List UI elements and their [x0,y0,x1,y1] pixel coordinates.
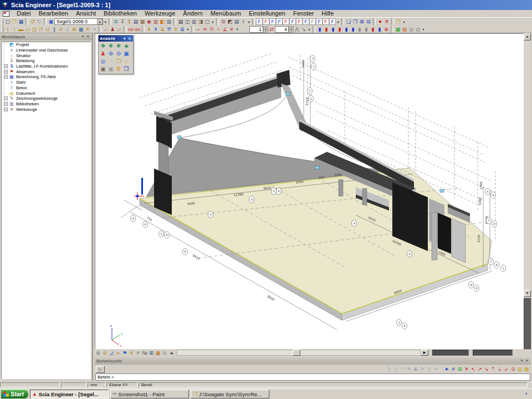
tree-item-beton[interactable]: TBeton [2,85,90,91]
record-icon[interactable]: ● [377,18,383,25]
erase-icon[interactable]: ✕ [406,366,412,372]
print-icon[interactable]: ▤ [177,18,184,25]
copy-attributes-icon[interactable]: ⧉ [112,18,119,25]
draw-angle-icon[interactable]: ∠ [222,26,228,33]
draw-dropdown[interactable]: ▾ [235,26,239,33]
opening-icon[interactable]: ⊔ [44,26,51,33]
menu-bibliotheken[interactable]: Bibliotheken [100,10,141,17]
wind-load-icon[interactable]: ↯ [172,26,179,33]
axis-display-icon[interactable]: ◿ [108,350,115,356]
ansicht-toolbar[interactable]: Ansicht ▾ × ❖❖❖◈♟⊕⊖▣◎◌❐☼▣▣B❒ [98,35,134,74]
redo-icon[interactable]: ↻ [36,18,43,25]
tree-item-stahl[interactable]: IStahl [2,80,90,85]
fast-view-7[interactable]: F [296,18,303,25]
tree-item-berechnungfenetz[interactable]: +▦Berechnung, FE-Netz [2,74,90,80]
osnap-midpoint-icon[interactable]: ↗ [477,366,483,372]
print-dropdown[interactable]: ▾ [211,18,215,25]
image-icon[interactable]: ◉ [146,18,152,25]
activity-icon-2[interactable]: ▮ [323,26,330,33]
fast-view-9[interactable]: F [309,18,316,25]
fast-view-11[interactable]: F [323,18,329,25]
expand-plus-icon[interactable]: + [4,75,8,79]
tree-item-lastfllelfkombinationen[interactable]: +⇅Lastfälle, LF-Kombinationen [2,64,90,69]
table-icon[interactable]: ▥ [152,18,159,25]
docked-pane-2[interactable] [473,350,513,356]
tree-item-dokument[interactable]: ▤Dokument [2,90,90,96]
open-view-icon[interactable]: ❐ [115,58,122,65]
window-view-icon[interactable]: ❒ [122,65,130,73]
mesh-display-icon[interactable]: # [135,350,141,356]
axes-grid-icon[interactable]: ▦ [523,366,530,372]
project-manager-icon[interactable]: ▣ [48,18,54,25]
colors-display-icon[interactable]: ▦ [155,350,161,356]
export-icon[interactable]: ↥ [126,18,132,25]
menu-ndern[interactable]: Ändern [179,10,206,17]
absence-member-icon[interactable]: ♟ [109,26,116,33]
osnap-endpoint-icon[interactable]: ↖ [470,366,477,372]
draw-dimension-icon[interactable]: ≍ [202,26,208,33]
clipboard-view-icon[interactable]: B [115,65,122,73]
filter-dropdown[interactable]: ▾ [421,26,426,33]
activity-icon-8[interactable]: ▮ [363,26,370,33]
menu-fenster[interactable]: Fenster [289,10,318,17]
ucs-icon[interactable]: ♟ [99,50,107,58]
mdi-child-icon[interactable] [3,11,9,17]
save-icon[interactable]: ▦ [18,18,24,25]
surface-load-icon[interactable]: ⇊ [159,26,166,33]
light-icon[interactable]: ☼ [122,58,130,65]
disconnect-icon[interactable]: oo [134,26,141,33]
load-case-icon[interactable]: ≣ [179,26,186,33]
menu-werkzeuge[interactable]: Werkzeuge [141,10,179,17]
expand-plus-icon[interactable]: + [4,96,8,100]
scale-dropdown[interactable]: ▾ [307,26,311,33]
view-z-icon[interactable]: ❖ [115,42,122,50]
spin-down-icon[interactable]: ▾ [263,29,268,33]
table-display-icon[interactable]: ⊞ [148,350,155,356]
task-button-paint-icon[interactable]: ✑Screenshot1 - Paint [110,390,189,398]
save-view2-icon[interactable]: ▣ [107,65,115,73]
filter2-icon[interactable]: ▨ [415,26,421,33]
activity-icon-4[interactable]: ▮ [336,26,343,33]
view-y-icon[interactable]: ❖ [107,42,115,50]
zoom-previous-icon[interactable]: ◌ [107,58,115,65]
spin-down-icon[interactable]: ▾ [289,29,294,33]
table-results-icon[interactable]: ▦ [395,26,401,33]
scale-spinner-2-value[interactable]: 4 [275,26,289,33]
osnap-center-icon[interactable]: ⊙ [510,366,516,372]
zoom-in-icon[interactable]: ⊕ [107,50,115,58]
activity-icon-1[interactable]: ▮ [316,26,323,33]
command-input[interactable]: Befehl > [95,374,530,381]
node-icon[interactable]: ∥ [51,26,58,33]
delete-icon[interactable]: ✕ [383,18,390,25]
scroll-right-arrow[interactable]: ▶ [421,350,428,356]
fast-view-12[interactable]: F [329,18,336,25]
document-icon[interactable]: ▥ [191,18,197,25]
select-icon[interactable]: ♟ [412,366,419,372]
filter-icon[interactable]: ▨ [408,26,415,33]
clipboard-icon[interactable]: ⧉ [220,18,227,25]
fast-view-2[interactable]: F [263,18,269,25]
command-mode-button[interactable]: ▷ [96,366,105,373]
activity-icon-9[interactable]: ▮ [370,26,376,33]
polyline-icon[interactable]: ⋀ [294,26,300,33]
grid-snap-icon[interactable]: # [450,366,457,372]
tray-icon[interactable]: ▪ [525,390,531,397]
renumber-icon[interactable]: ⇄ [268,26,275,33]
tree-item-struktur[interactable]: ⌂Struktur [2,53,90,58]
window-titlebar[interactable]: Scia Engineer - [Segel1-2009-3 : 1] [0,0,532,10]
fast-view-dropdown[interactable]: ▾ [336,18,340,25]
dot-grid-icon[interactable]: ▤ [516,366,523,372]
help-icon[interactable]: ? [426,366,432,372]
fast-view-6[interactable]: F [289,18,296,25]
start-button[interactable]: Start [1,390,28,398]
fast-view-3[interactable]: F [269,18,276,25]
catalog-icon[interactable]: ◔ [91,26,98,33]
ansicht-titlebar[interactable]: Ansicht ▾ × [99,35,133,42]
scale-spinner-1-value[interactable]: 1 [249,26,263,33]
close-icon[interactable]: × [524,359,529,364]
paste-picture-icon[interactable]: ▤ [233,18,240,25]
gallery-icon[interactable]: ▦ [139,18,146,25]
scale-spinner-1-arrows[interactable]: ▴▾ [263,26,268,33]
hinge-icon[interactable]: ↕ [64,26,71,33]
toolbar-grip[interactable] [1,26,3,32]
